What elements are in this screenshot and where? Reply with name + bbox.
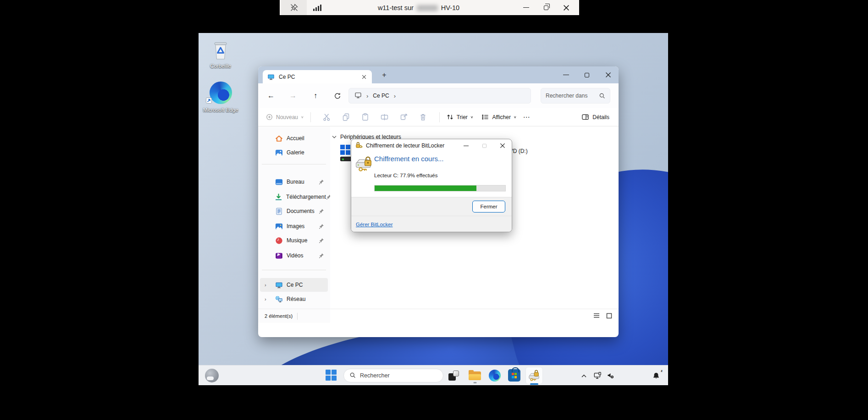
speaker-muted-icon [607, 372, 614, 379]
start-button[interactable] [326, 370, 337, 381]
list-view-icon[interactable] [593, 313, 600, 319]
explorer-maximize-button[interactable] [576, 66, 597, 83]
sidebar-item-documents[interactable]: Documents [260, 205, 328, 217]
sidebar-item-galerie[interactable]: Galerie [260, 147, 328, 158]
bitlocker-taskbar-button[interactable] [525, 367, 543, 384]
plus-circle-icon [265, 113, 273, 121]
explorer-statusbar: 2 élément(s) [258, 309, 619, 323]
sidebar-item-telechargement[interactable]: Téléchargement [260, 191, 328, 203]
explorer-search-input[interactable]: Rechercher dans [541, 88, 610, 104]
sidebar-item-label: Images [287, 223, 304, 229]
explorer-close-button[interactable] [597, 66, 619, 83]
documents-icon [275, 207, 283, 215]
network-tray-icon[interactable] [591, 365, 604, 385]
tab-ce-pc[interactable]: Ce PC [263, 70, 372, 83]
screen: { "vm_bar": { "title_prefix": "w11-test … [0, 0, 868, 420]
tab-close-icon[interactable] [361, 74, 367, 80]
vm-close-button[interactable] [556, 0, 576, 15]
gallery-icon [275, 148, 283, 157]
volume-muted-tray-icon[interactable] [604, 365, 617, 385]
desktop-icon-recycle-bin[interactable]: Corbeille [199, 41, 242, 69]
vm-connection-bar: w11-test surHV-10 [280, 0, 579, 15]
search-icon [349, 372, 356, 380]
chevron-down-icon: ∨ [514, 115, 517, 119]
new-button[interactable]: Nouveau ∨ [265, 113, 304, 121]
home-icon [275, 134, 283, 142]
refresh-button[interactable] [331, 89, 344, 102]
music-note-glyph: ♪ [277, 237, 279, 242]
sidebar-item-bureau[interactable]: Bureau [260, 176, 328, 188]
sort-button[interactable]: Trier ∨ [446, 113, 474, 121]
sidebar-item-musique[interactable]: ♪ Musique [260, 235, 328, 246]
new-tab-button[interactable]: + [378, 70, 390, 81]
downloads-icon [275, 193, 282, 201]
new-button-label: Nouveau [276, 114, 298, 120]
desktop-icon-edge[interactable]: Microsoft Edge [199, 82, 242, 113]
more-options-button[interactable]: ⋯ [523, 113, 531, 121]
fermer-button[interactable]: Fermer [472, 201, 505, 213]
monitor-plug-icon [594, 372, 602, 379]
details-pane-button[interactable]: Détails [581, 113, 611, 121]
store-icon [512, 373, 517, 378]
bitlocker-close-button[interactable] [493, 139, 512, 152]
bitlocker-progress-bar [374, 185, 506, 191]
manage-bitlocker-link[interactable]: Gérer BitLocker [356, 222, 393, 227]
widgets-button[interactable] [205, 369, 219, 382]
location-monitor-icon [354, 92, 362, 100]
share-button[interactable] [399, 113, 409, 121]
vm-title-redacted [417, 5, 438, 11]
bitlocker-window-controls [457, 139, 512, 152]
edge-taskbar-button[interactable] [489, 370, 501, 382]
sidebar-item-label: Documents [287, 208, 315, 214]
sidebar-item-label: Bureau [287, 179, 304, 185]
delete-button[interactable] [419, 113, 428, 121]
explorer-toolbar: Nouveau ∨ [258, 108, 619, 126]
vm-minimize-button[interactable] [516, 0, 536, 15]
file-explorer-taskbar-button[interactable] [469, 370, 481, 380]
taskbar-search-input[interactable]: Rechercher [343, 369, 443, 382]
sidebar-item-label: Galerie [287, 149, 304, 156]
desktop-icon-label: Microsoft Edge [199, 107, 242, 113]
desktop[interactable]: Corbeille Microsoft Edge Ce PC + [199, 33, 668, 385]
tab-title: Ce PC [279, 74, 295, 80]
vm-restore-button[interactable] [536, 0, 556, 15]
sidebar-item-label: Musique [287, 237, 307, 244]
sidebar-item-videos[interactable]: ▶ Vidéos [260, 250, 328, 262]
pin-icon [319, 253, 324, 258]
search-placeholder: Rechercher dans [546, 93, 592, 99]
copy-button[interactable] [342, 113, 351, 121]
up-button[interactable]: ↑ [309, 89, 322, 102]
task-view-button[interactable] [448, 370, 459, 381]
breadcrumb-chevron-icon[interactable]: › [394, 93, 396, 99]
sidebar-item-images[interactable]: Images [260, 220, 328, 232]
bitlocker-progress-fill [375, 185, 476, 191]
back-button[interactable]: ← [265, 89, 277, 102]
rename-button[interactable] [380, 113, 389, 121]
view-button[interactable]: Afficher ∨ [481, 113, 516, 121]
sidebar-item-ce-pc[interactable]: › Ce PC [260, 278, 328, 292]
collapse-chevron-icon [332, 135, 337, 139]
sidebar-item-accueil[interactable]: Accueil [260, 132, 328, 144]
sidebar-item-reseau[interactable]: › Réseau [260, 293, 328, 305]
recycle-bin-icon [212, 41, 229, 60]
address-bar[interactable]: › Ce PC › [348, 88, 531, 104]
breadcrumb-ce-pc[interactable]: Ce PC [373, 93, 389, 99]
sort-arrows-icon [446, 113, 454, 121]
bitlocker-minimize-button[interactable] [457, 139, 475, 152]
explorer-minimize-button[interactable] [555, 66, 576, 83]
sidebar-item-label: Vidéos [287, 252, 303, 259]
shortcut-arrow-icon [206, 98, 212, 104]
show-hidden-icons-button[interactable] [577, 365, 590, 385]
play-glyph: ▶ [277, 252, 280, 256]
forward-button[interactable]: → [287, 89, 299, 102]
notifications-dnd-button[interactable]: z [649, 365, 663, 385]
explorer-tab-strip: Ce PC + [258, 66, 619, 83]
expand-chevron-icon[interactable]: › [265, 282, 266, 288]
expand-chevron-icon[interactable]: › [265, 296, 266, 302]
paste-button[interactable] [361, 113, 370, 121]
unpin-icon[interactable] [281, 0, 307, 15]
thumbnail-view-icon[interactable] [606, 313, 612, 320]
cut-button[interactable] [322, 113, 332, 121]
microsoft-store-button[interactable] [508, 369, 520, 382]
bitlocker-button-row: Fermer [351, 197, 512, 216]
